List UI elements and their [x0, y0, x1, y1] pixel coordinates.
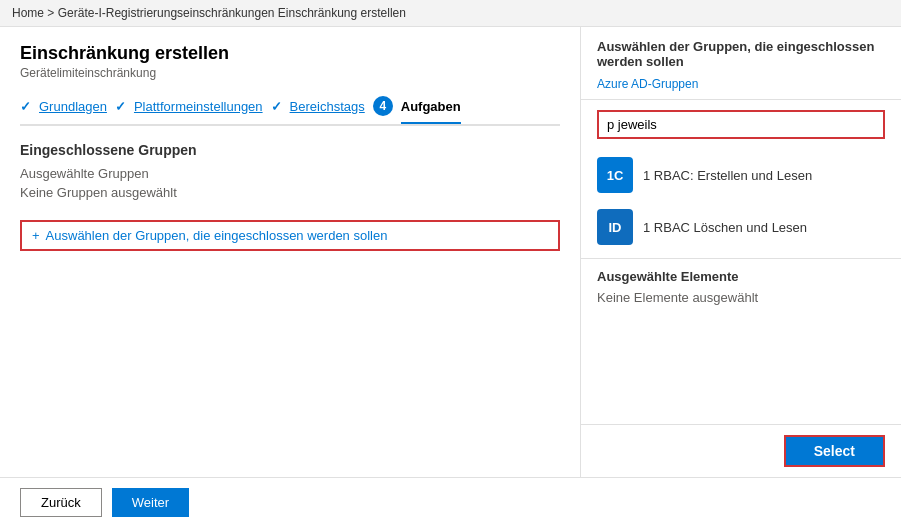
breadcrumb-part1[interactable]: Geräte-I-Registrierungseinschränkungen: [58, 6, 275, 20]
group-avatar-id: ID: [597, 209, 633, 245]
right-panel-subtitle: Azure AD-Gruppen: [581, 77, 901, 100]
group-suffix-1c: Lesen: [773, 168, 812, 183]
breadcrumb-home[interactable]: Home >: [12, 6, 54, 20]
page-title: Einschränkung erstellen: [20, 43, 560, 64]
add-groups-label: Auswählen der Gruppen, die eingeschlosse…: [46, 228, 388, 243]
no-groups: Keine Gruppen ausgewählt: [20, 185, 560, 200]
group-suffix-id: Lesen: [768, 220, 807, 235]
section-title: Eingeschlossene Gruppen: [20, 142, 560, 158]
group-name-1c: 1 RBAC: Erstellen und Lesen: [643, 168, 812, 183]
group-avatar-1c: 1C: [597, 157, 633, 193]
step-check-grundlagen: ✓: [20, 99, 31, 114]
groups-list: 1C 1 RBAC: Erstellen und Lesen ID 1 RBAC…: [581, 149, 901, 258]
add-groups-link[interactable]: + Auswählen der Gruppen, die eingeschlos…: [20, 220, 560, 251]
step-number-aufgaben: 4: [373, 96, 393, 116]
right-bottom-bar: Select: [581, 424, 901, 477]
left-panel: Einschränkung erstellen Gerätelimiteinsc…: [0, 27, 581, 477]
select-button[interactable]: Select: [784, 435, 885, 467]
step-bereichstags[interactable]: Bereichstags: [290, 99, 365, 114]
right-panel-title: Auswählen der Gruppen, die eingeschlosse…: [581, 39, 901, 77]
selected-title: Ausgewählte Elemente: [597, 269, 885, 284]
step-check-plattform: ✓: [115, 99, 126, 114]
breadcrumb-part2: Einschränkung erstellen: [278, 6, 406, 20]
next-button[interactable]: Weiter: [112, 488, 189, 517]
step-plattform[interactable]: Plattformeinstellungen: [134, 99, 263, 114]
back-button[interactable]: Zurück: [20, 488, 102, 517]
group-item-1c[interactable]: 1C 1 RBAC: Erstellen und Lesen: [597, 149, 885, 201]
bottom-bar: Zurück Weiter: [0, 477, 901, 527]
plus-icon: +: [32, 228, 40, 243]
search-input[interactable]: [597, 110, 885, 139]
group-name-id: 1 RBAC Löschen und Lesen: [643, 220, 807, 235]
no-elements: Keine Elemente ausgewählt: [597, 290, 885, 305]
group-label-id: 1 RBAC Löschen und: [643, 220, 768, 235]
steps-bar: ✓ Grundlagen ✓ Plattformeinstellungen ✓ …: [20, 96, 560, 126]
page-subtitle: Gerätelimiteinschränkung: [20, 66, 560, 80]
step-aufgaben[interactable]: Aufgaben: [401, 99, 461, 124]
step-grundlagen[interactable]: Grundlagen: [39, 99, 107, 114]
search-box-wrap: [581, 100, 901, 149]
right-panel: Auswählen der Gruppen, die eingeschlosse…: [581, 27, 901, 477]
step-check-bereichstags: ✓: [271, 99, 282, 114]
selected-section: Ausgewählte Elemente Keine Elemente ausg…: [581, 258, 901, 315]
sub-label: Ausgewählte Gruppen: [20, 166, 560, 181]
group-item-id[interactable]: ID 1 RBAC Löschen und Lesen: [597, 201, 885, 253]
breadcrumb: Home > Geräte-I-Registrierungseinschränk…: [0, 0, 901, 27]
group-label-1c: 1 RBAC: Erstellen und: [643, 168, 773, 183]
